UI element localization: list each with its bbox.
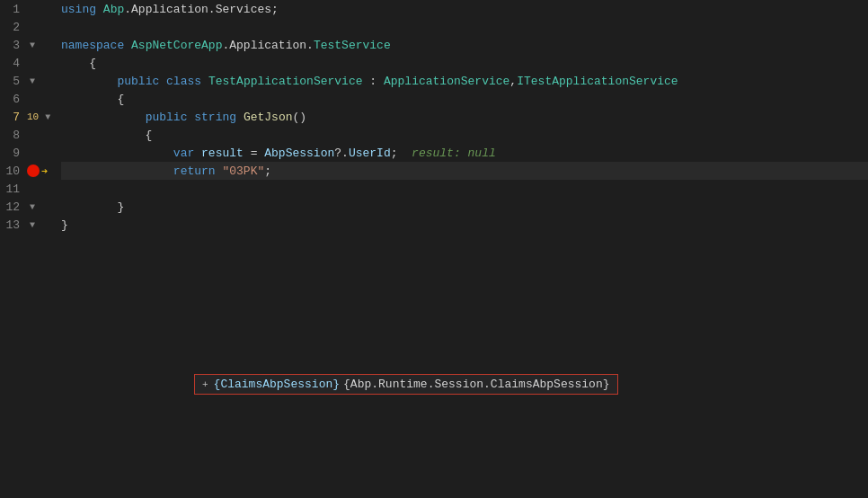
token xyxy=(236,111,244,124)
token xyxy=(159,75,166,88)
token: = xyxy=(244,147,264,160)
collapse-icon-12[interactable]: ▼ xyxy=(27,201,38,212)
code-area: using Abp.Application.Services; namespac… xyxy=(61,0,868,498)
gutter-icons-5: ▼ xyxy=(27,76,61,86)
code-line-3: namespace AspNetCoreApp.Application.Test… xyxy=(61,36,868,54)
token: ITestApplicationService xyxy=(517,75,678,88)
token: : xyxy=(363,75,384,88)
line-num-5: 5 xyxy=(0,75,27,88)
token xyxy=(96,3,103,16)
token: namespace xyxy=(61,39,124,52)
gutter-row-5: 5 ▼ xyxy=(0,72,61,90)
token xyxy=(194,147,201,160)
token xyxy=(124,39,131,52)
gutter-icons-7: 10 ▼ xyxy=(27,111,61,122)
line-num-13: 13 xyxy=(0,218,27,232)
gutter-row-7: 7 10 ▼ xyxy=(0,108,61,126)
token xyxy=(201,75,208,88)
code-line-11: + {ClaimsAbpSession} {Abp.Runtime.Sessio… xyxy=(61,180,868,198)
token: UserId xyxy=(349,147,391,160)
code-line-7: public string GetJson() xyxy=(61,108,868,126)
line-num-12: 12 xyxy=(0,200,27,214)
execution-arrow-10: ➔ xyxy=(41,165,48,178)
line-num-3: 3 xyxy=(0,39,27,52)
token: result xyxy=(201,147,244,160)
token: , xyxy=(509,75,517,88)
token: class xyxy=(166,75,201,88)
gutter-icons-12: ▼ xyxy=(27,201,61,212)
token: return xyxy=(173,165,216,178)
gutter-row-9: 9 xyxy=(0,144,61,162)
token: { xyxy=(61,57,96,70)
code-line-5: public class TestApplicationService : Ap… xyxy=(61,72,868,90)
token: var xyxy=(173,147,194,160)
tooltip-varname: {ClaimsAbpSession} xyxy=(214,378,340,391)
token: public xyxy=(146,111,188,124)
line-num-4: 4 xyxy=(0,57,27,70)
token: TestService xyxy=(314,39,391,52)
gutter-row-10: 10 ➔ xyxy=(0,162,61,180)
code-line-6: { xyxy=(61,90,868,108)
gutter-row-6: 6 xyxy=(0,90,61,108)
collapse-icon-5[interactable]: ▼ xyxy=(27,76,38,86)
gutter-row-1: 1 xyxy=(0,0,61,18)
code-line-4: { xyxy=(61,54,868,72)
line-num-10: 10 xyxy=(0,165,27,178)
code-line-10: return "03PK"; xyxy=(61,162,868,180)
gutter-row-13: 13 ▼ xyxy=(0,216,61,234)
token: AspNetCoreApp xyxy=(131,39,222,52)
token: string xyxy=(194,111,236,124)
token: public xyxy=(117,75,159,88)
tooltip-expand-icon[interactable]: + xyxy=(202,379,208,390)
code-line-9: var result = AbpSession?.UserId; result:… xyxy=(61,144,868,162)
line-num-1: 1 xyxy=(0,3,27,16)
gutter: 1 2 3 ▼ 4 5 xyxy=(0,0,61,498)
token xyxy=(61,147,173,160)
token: using xyxy=(61,3,96,16)
token: AbpSession xyxy=(264,147,334,160)
token: .Application.Services; xyxy=(124,3,279,16)
gutter-row-12: 12 ▼ xyxy=(0,198,61,216)
line-num-9: 9 xyxy=(0,147,27,160)
token xyxy=(61,75,117,88)
collapse-icon-3[interactable]: ▼ xyxy=(27,40,38,50)
token: GetJson xyxy=(244,111,293,124)
token: { xyxy=(61,93,124,106)
gutter-row-8: 8 xyxy=(0,126,61,144)
code-editor: 1 2 3 ▼ 4 5 xyxy=(0,0,868,498)
token xyxy=(187,111,194,124)
collapse-icon-7[interactable]: ▼ xyxy=(42,111,53,122)
code-line-13: } xyxy=(61,216,868,234)
token: Abp xyxy=(103,3,124,16)
gutter-row-2: 2 xyxy=(0,18,61,36)
code-line-2 xyxy=(61,18,868,36)
tooltip-value: {Abp.Runtime.Session.ClaimsAbpSession} xyxy=(343,378,609,391)
code-line-1: using Abp.Application.Services; xyxy=(61,0,868,18)
line-numbers: 1 2 3 ▼ 4 5 xyxy=(0,0,61,234)
line-num-7: 7 xyxy=(0,111,27,124)
line-num-8: 8 xyxy=(0,129,27,142)
token: ; xyxy=(391,147,398,160)
token: TestApplicationService xyxy=(208,75,363,88)
breakpoint-dot-10 xyxy=(27,165,40,177)
collapse-icon-13[interactable]: ▼ xyxy=(27,219,38,230)
gutter-icons-13: ▼ xyxy=(27,219,61,230)
breakpoint-count-badge: 10 xyxy=(27,111,39,122)
token: } xyxy=(61,218,68,232)
gutter-icons-3: ▼ xyxy=(27,40,61,50)
token xyxy=(61,165,173,178)
debug-tooltip[interactable]: + {ClaimsAbpSession} {Abp.Runtime.Sessio… xyxy=(194,374,618,395)
token: ?. xyxy=(334,147,349,160)
gutter-row-11: 11 xyxy=(0,180,61,198)
token: result: null xyxy=(398,147,496,160)
line-num-2: 2 xyxy=(0,21,27,34)
token xyxy=(216,165,223,178)
code-line-12: } xyxy=(61,198,868,216)
token: ; xyxy=(264,165,271,178)
line-num-6: 6 xyxy=(0,93,27,106)
token: () xyxy=(292,111,306,124)
code-lines: using Abp.Application.Services; namespac… xyxy=(61,0,868,234)
token xyxy=(61,111,146,124)
token: .Application. xyxy=(222,39,313,52)
token: { xyxy=(61,129,152,142)
